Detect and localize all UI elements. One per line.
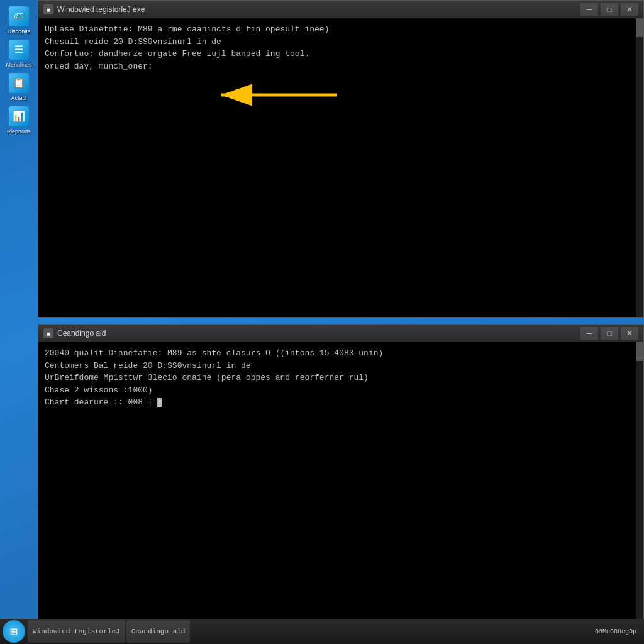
terminal-top-title: Windowied tegistorleJ exe [57, 5, 580, 14]
title-bar-controls-top: ─ □ ✕ [580, 3, 638, 16]
arrow-annotation [214, 76, 340, 117]
scrollbar-top[interactable] [636, 18, 643, 317]
system-tray-text: 0∂MoG8HegDp [595, 628, 636, 635]
maximize-button-top[interactable]: □ [601, 3, 618, 16]
terminal-top-line-3: Confortuo: dandherze orgate Free iujl ba… [45, 48, 637, 60]
actact-label: Actact [11, 95, 26, 101]
close-button-top[interactable]: ✕ [621, 3, 638, 16]
plepnorts-icon: 📊 [9, 106, 29, 126]
desktop-icons-panel: 🏷 Disconits ☰ Menulines 📋 Actact 📊 Plepn… [0, 0, 38, 141]
scrollbar-bottom[interactable] [636, 342, 643, 625]
terminal-bottom-line-0: 20040 qualit Dianefatie: M89 as shfe cla… [45, 347, 637, 360]
desktop: 🏷 Disconits ☰ Menulines 📋 Actact 📊 Plepn… [0, 0, 644, 644]
plepnorts-label: Plepnorts [7, 128, 31, 135]
taskbar-items: Windowied tegistorleJCeandingo aid [28, 620, 595, 643]
desktop-icon-actact[interactable]: 📋 Actact [3, 73, 35, 101]
start-button[interactable]: ⊞ [3, 620, 25, 643]
title-bar-controls-bottom: ─ □ ✕ [580, 327, 638, 340]
terminal-cursor [157, 398, 162, 407]
minimize-button-bottom[interactable]: ─ [580, 327, 598, 340]
terminal-bottom-line-3: UrBreifdome Mp1sttwr 3lecio onaine (pera… [45, 372, 637, 384]
desktop-icon-menulines[interactable]: ☰ Menulines [3, 40, 35, 68]
discounts-label: Disconits [8, 28, 31, 35]
terminal-bottom-line-6: Chart dearure :: 008 |= [45, 396, 637, 409]
terminal-top-line-0: UpLase Dianefotie: M89 a rme caanincts d… [45, 23, 637, 36]
terminal-content-top: UpLase Dianefotie: M89 a rme caanincts d… [38, 18, 643, 317]
title-bar-bottom: ■ Ceandingo aid ─ □ ✕ [38, 325, 643, 342]
close-button-bottom[interactable]: ✕ [621, 327, 638, 340]
terminal-bottom-title: Ceandingo aid [57, 329, 580, 338]
taskbar: ⊞ Windowied tegistorleJCeandingo aid 0∂M… [0, 619, 644, 644]
maximize-button-bottom[interactable]: □ [601, 327, 618, 340]
terminal-bottom-line-5: Chase 2 wissons :1000) [45, 384, 637, 397]
terminal-content-bottom: 20040 qualit Dianefatie: M89 as shfe cla… [38, 342, 643, 625]
desktop-icon-plepnorts[interactable]: 📊 Plepnorts [3, 106, 35, 135]
taskbar-item-1[interactable]: Ceandingo aid [126, 620, 191, 643]
terminal-top-line-5: orued day, munch_oner: [45, 60, 637, 73]
windows-area: ■ Windowied tegistorleJ exe ─ □ ✕ UpLase… [38, 0, 644, 619]
terminal-bottom-icon: ■ [43, 328, 53, 338]
menulines-icon: ☰ [9, 40, 29, 60]
minimize-button-top[interactable]: ─ [580, 3, 598, 16]
scrollbar-thumb-top[interactable] [636, 18, 643, 37]
discounts-icon: 🏷 [9, 6, 29, 26]
terminal-window-bottom: ■ Ceandingo aid ─ □ ✕ 20040 qualit Diane… [38, 324, 644, 626]
taskbar-item-0[interactable]: Windowied tegistorleJ [28, 620, 125, 643]
menulines-label: Menulines [6, 62, 31, 68]
desktop-icon-discounts[interactable]: 🏷 Disconits [3, 6, 35, 35]
terminal-window-top: ■ Windowied tegistorleJ exe ─ □ ✕ UpLase… [38, 0, 644, 318]
actact-icon: 📋 [9, 73, 29, 93]
taskbar-tray: 0∂MoG8HegDp [595, 628, 641, 635]
scrollbar-thumb-bottom[interactable] [636, 342, 643, 361]
terminal-bottom-line-1: Centomers Bal reide 20 D:SS0vnsinurl in … [45, 360, 637, 372]
terminal-top-line-1: Chesuil reide 20 D:SS0vnsinurl in de [45, 36, 637, 48]
terminal-top-icon: ■ [43, 4, 53, 14]
title-bar-top: ■ Windowied tegistorleJ exe ─ □ ✕ [38, 1, 643, 18]
